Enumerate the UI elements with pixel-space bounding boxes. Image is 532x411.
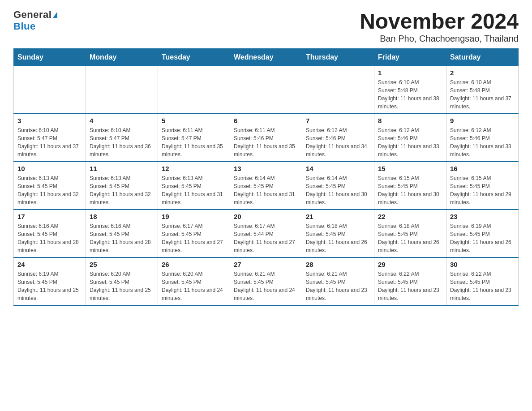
logo: General Blue <box>13 9 57 32</box>
calendar-cell: 9Sunrise: 6:12 AM Sunset: 5:46 PM Daylig… <box>446 114 519 162</box>
calendar-cell: 25Sunrise: 6:20 AM Sunset: 5:45 PM Dayli… <box>86 257 158 305</box>
day-info: Sunrise: 6:16 AM Sunset: 5:45 PM Dayligh… <box>17 222 82 254</box>
day-number: 17 <box>17 213 82 220</box>
day-number: 16 <box>450 165 515 172</box>
calendar-cell: 15Sunrise: 6:15 AM Sunset: 5:45 PM Dayli… <box>374 162 446 210</box>
day-number: 21 <box>306 213 370 220</box>
day-info: Sunrise: 6:17 AM Sunset: 5:44 PM Dayligh… <box>234 222 298 254</box>
day-number: 20 <box>234 213 298 220</box>
day-number: 5 <box>162 117 226 124</box>
day-info: Sunrise: 6:19 AM Sunset: 5:45 PM Dayligh… <box>450 222 515 254</box>
calendar-cell <box>302 66 374 114</box>
calendar-cell: 1Sunrise: 6:10 AM Sunset: 5:48 PM Daylig… <box>374 66 446 114</box>
day-info: Sunrise: 6:10 AM Sunset: 5:48 PM Dayligh… <box>450 78 515 111</box>
day-number: 29 <box>378 261 442 268</box>
calendar-cell: 30Sunrise: 6:22 AM Sunset: 5:45 PM Dayli… <box>446 257 519 305</box>
day-info: Sunrise: 6:11 AM Sunset: 5:47 PM Dayligh… <box>162 126 226 158</box>
day-info: Sunrise: 6:12 AM Sunset: 5:46 PM Dayligh… <box>306 126 370 158</box>
calendar-cell: 10Sunrise: 6:13 AM Sunset: 5:45 PM Dayli… <box>14 162 86 210</box>
calendar-week-row: 10Sunrise: 6:13 AM Sunset: 5:45 PM Dayli… <box>14 162 519 210</box>
day-number: 2 <box>450 69 515 77</box>
day-number: 22 <box>378 213 442 220</box>
day-number: 26 <box>162 261 226 268</box>
day-number: 14 <box>306 165 370 172</box>
logo-general-text: General <box>13 9 51 21</box>
day-number: 10 <box>17 165 82 172</box>
calendar-cell: 6Sunrise: 6:11 AM Sunset: 5:46 PM Daylig… <box>230 114 302 162</box>
day-info: Sunrise: 6:21 AM Sunset: 5:45 PM Dayligh… <box>234 270 298 302</box>
day-info: Sunrise: 6:18 AM Sunset: 5:45 PM Dayligh… <box>306 222 370 254</box>
day-number: 9 <box>450 117 515 124</box>
day-info: Sunrise: 6:20 AM Sunset: 5:45 PM Dayligh… <box>90 270 154 302</box>
day-number: 8 <box>378 117 442 124</box>
calendar-cell: 26Sunrise: 6:20 AM Sunset: 5:45 PM Dayli… <box>158 257 230 305</box>
calendar-week-row: 1Sunrise: 6:10 AM Sunset: 5:48 PM Daylig… <box>14 66 519 114</box>
calendar-cell: 17Sunrise: 6:16 AM Sunset: 5:45 PM Dayli… <box>14 210 86 257</box>
day-info: Sunrise: 6:16 AM Sunset: 5:45 PM Dayligh… <box>90 222 154 254</box>
calendar-cell: 14Sunrise: 6:14 AM Sunset: 5:45 PM Dayli… <box>302 162 374 210</box>
weekday-header-thursday: Thursday <box>302 49 374 66</box>
day-info: Sunrise: 6:20 AM Sunset: 5:45 PM Dayligh… <box>162 270 226 302</box>
calendar-cell: 2Sunrise: 6:10 AM Sunset: 5:48 PM Daylig… <box>446 66 519 114</box>
calendar-week-row: 3Sunrise: 6:10 AM Sunset: 5:47 PM Daylig… <box>14 114 519 162</box>
calendar-cell: 5Sunrise: 6:11 AM Sunset: 5:47 PM Daylig… <box>158 114 230 162</box>
day-info: Sunrise: 6:13 AM Sunset: 5:45 PM Dayligh… <box>17 174 82 206</box>
day-number: 6 <box>234 117 298 124</box>
day-info: Sunrise: 6:22 AM Sunset: 5:45 PM Dayligh… <box>450 270 515 302</box>
day-number: 25 <box>90 261 154 268</box>
logo-blue-text: Blue <box>13 21 36 32</box>
calendar-week-row: 17Sunrise: 6:16 AM Sunset: 5:45 PM Dayli… <box>14 210 519 257</box>
calendar-cell: 19Sunrise: 6:17 AM Sunset: 5:45 PM Dayli… <box>158 210 230 257</box>
day-number: 3 <box>17 117 82 124</box>
calendar-table: SundayMondayTuesdayWednesdayThursdayFrid… <box>13 48 519 306</box>
day-info: Sunrise: 6:13 AM Sunset: 5:45 PM Dayligh… <box>162 174 226 206</box>
calendar-cell <box>86 66 158 114</box>
weekday-header-sunday: Sunday <box>14 49 86 66</box>
calendar-cell: 4Sunrise: 6:10 AM Sunset: 5:47 PM Daylig… <box>86 114 158 162</box>
day-number: 28 <box>306 261 370 268</box>
day-number: 13 <box>234 165 298 172</box>
calendar-cell: 11Sunrise: 6:13 AM Sunset: 5:45 PM Dayli… <box>86 162 158 210</box>
day-number: 15 <box>378 165 442 172</box>
calendar-cell: 16Sunrise: 6:15 AM Sunset: 5:45 PM Dayli… <box>446 162 519 210</box>
day-info: Sunrise: 6:21 AM Sunset: 5:45 PM Dayligh… <box>306 270 370 302</box>
calendar-cell: 22Sunrise: 6:18 AM Sunset: 5:45 PM Dayli… <box>374 210 446 257</box>
calendar-cell: 8Sunrise: 6:12 AM Sunset: 5:46 PM Daylig… <box>374 114 446 162</box>
calendar-cell: 28Sunrise: 6:21 AM Sunset: 5:45 PM Dayli… <box>302 257 374 305</box>
day-info: Sunrise: 6:11 AM Sunset: 5:46 PM Dayligh… <box>234 126 298 158</box>
title-block: November 2024 Ban Pho, Chachoengsao, Tha… <box>360 9 519 44</box>
day-info: Sunrise: 6:13 AM Sunset: 5:45 PM Dayligh… <box>90 174 154 206</box>
calendar-cell: 12Sunrise: 6:13 AM Sunset: 5:45 PM Dayli… <box>158 162 230 210</box>
calendar-cell: 13Sunrise: 6:14 AM Sunset: 5:45 PM Dayli… <box>230 162 302 210</box>
calendar-cell <box>14 66 86 114</box>
calendar-cell: 21Sunrise: 6:18 AM Sunset: 5:45 PM Dayli… <box>302 210 374 257</box>
calendar-cell: 27Sunrise: 6:21 AM Sunset: 5:45 PM Dayli… <box>230 257 302 305</box>
day-info: Sunrise: 6:12 AM Sunset: 5:46 PM Dayligh… <box>378 126 442 158</box>
weekday-header-row: SundayMondayTuesdayWednesdayThursdayFrid… <box>14 49 519 66</box>
calendar-cell: 24Sunrise: 6:19 AM Sunset: 5:45 PM Dayli… <box>14 257 86 305</box>
day-info: Sunrise: 6:10 AM Sunset: 5:48 PM Dayligh… <box>378 78 442 111</box>
calendar-cell: 7Sunrise: 6:12 AM Sunset: 5:46 PM Daylig… <box>302 114 374 162</box>
calendar-cell: 3Sunrise: 6:10 AM Sunset: 5:47 PM Daylig… <box>14 114 86 162</box>
day-number: 1 <box>378 69 442 77</box>
calendar-body: 1Sunrise: 6:10 AM Sunset: 5:48 PM Daylig… <box>14 66 519 306</box>
weekday-header-monday: Monday <box>86 49 158 66</box>
day-info: Sunrise: 6:17 AM Sunset: 5:45 PM Dayligh… <box>162 222 226 254</box>
calendar-cell <box>158 66 230 114</box>
day-info: Sunrise: 6:15 AM Sunset: 5:45 PM Dayligh… <box>450 174 515 206</box>
day-info: Sunrise: 6:14 AM Sunset: 5:45 PM Dayligh… <box>306 174 370 206</box>
day-number: 18 <box>90 213 154 220</box>
calendar-cell: 20Sunrise: 6:17 AM Sunset: 5:44 PM Dayli… <box>230 210 302 257</box>
day-info: Sunrise: 6:15 AM Sunset: 5:45 PM Dayligh… <box>378 174 442 206</box>
weekday-header-saturday: Saturday <box>446 49 519 66</box>
day-number: 24 <box>17 261 82 268</box>
weekday-header-wednesday: Wednesday <box>230 49 302 66</box>
day-info: Sunrise: 6:19 AM Sunset: 5:45 PM Dayligh… <box>17 270 82 302</box>
day-number: 27 <box>234 261 298 268</box>
calendar-week-row: 24Sunrise: 6:19 AM Sunset: 5:45 PM Dayli… <box>14 257 519 305</box>
calendar-cell <box>230 66 302 114</box>
calendar-title: November 2024 <box>360 9 519 34</box>
calendar-cell: 23Sunrise: 6:19 AM Sunset: 5:45 PM Dayli… <box>446 210 519 257</box>
day-info: Sunrise: 6:10 AM Sunset: 5:47 PM Dayligh… <box>90 126 154 158</box>
day-number: 11 <box>90 165 154 172</box>
